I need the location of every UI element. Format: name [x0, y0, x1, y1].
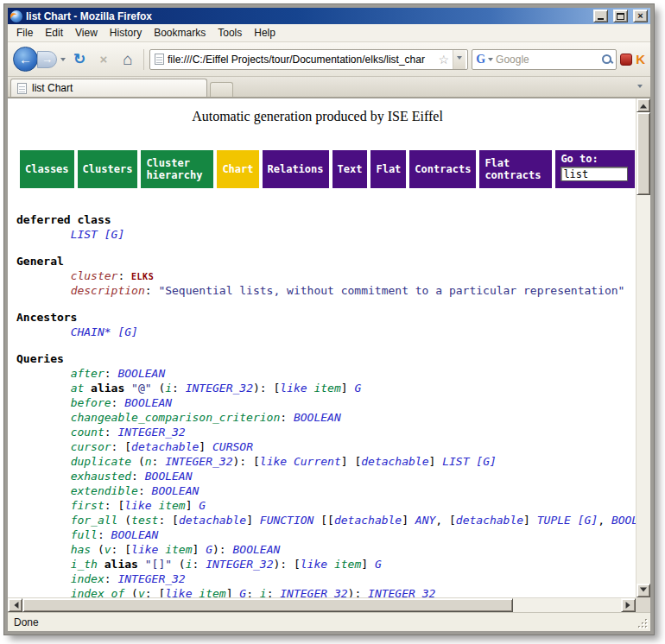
class-link[interactable]: INTEGER_32 — [165, 455, 232, 468]
v-scroll-track[interactable] — [636, 112, 650, 584]
class-link[interactable]: INTEGER_32 — [206, 558, 273, 571]
feature-link[interactable]: item — [158, 499, 185, 512]
url-dropdown-button[interactable] — [453, 50, 466, 69]
class-link[interactable]: like — [280, 382, 307, 395]
title-bar[interactable]: list Chart - Mozilla Firefox × — [8, 8, 650, 24]
class-link[interactable]: BOOLEAN — [294, 411, 341, 424]
nav-button-contracts[interactable]: Contracts — [409, 150, 476, 188]
menu-file[interactable]: File — [10, 25, 39, 41]
feature-link[interactable]: item — [314, 382, 340, 395]
search-engine-dropdown-icon[interactable] — [488, 58, 493, 64]
h-scroll-thumb[interactable] — [22, 598, 513, 612]
feature-link[interactable]: count — [71, 426, 104, 439]
class-link[interactable]: [G] — [104, 228, 124, 241]
class-link[interactable]: BOOLEAN — [152, 484, 200, 497]
url-text[interactable]: file:///C:/Eiffel Projects/tour/Document… — [168, 54, 435, 66]
class-link[interactable]: detachable — [361, 455, 428, 468]
class-link[interactable]: ANY — [415, 514, 435, 527]
feature-link[interactable]: v — [104, 543, 111, 556]
menu-help[interactable]: Help — [248, 25, 282, 41]
class-link[interactable]: LIST — [71, 228, 98, 241]
class-link[interactable]: [G] — [578, 514, 598, 527]
feature-link[interactable]: item — [165, 543, 192, 556]
nav-button-cluster-hierarchy[interactable]: Cluster hierarchy — [141, 150, 213, 188]
class-link[interactable]: [G] — [117, 325, 137, 338]
menu-tools[interactable]: Tools — [212, 25, 248, 41]
feature-link[interactable]: extendible — [71, 484, 138, 497]
feature-link[interactable]: test — [131, 514, 158, 527]
class-link[interactable]: INTEGER_32 — [186, 382, 253, 395]
class-link[interactable]: G — [375, 558, 382, 571]
feature-link[interactable]: n — [145, 455, 152, 468]
class-link[interactable]: FUNCTION — [260, 514, 314, 527]
search-input[interactable]: Google — [496, 54, 598, 66]
search-bar[interactable]: G Google — [472, 49, 617, 70]
feature-link[interactable]: for_all — [71, 514, 118, 527]
nav-button-flat-contracts[interactable]: Flat contracts — [479, 150, 552, 188]
feature-link[interactable]: after — [71, 367, 104, 380]
feature-link[interactable]: has — [71, 543, 91, 556]
nav-button-relations[interactable]: Relations — [263, 150, 329, 188]
h-scroll-track[interactable] — [22, 598, 621, 612]
home-button[interactable]: ⌂ — [117, 48, 138, 71]
nav-button-clusters[interactable]: Clusters — [78, 150, 138, 188]
feature-link[interactable]: item — [334, 558, 361, 571]
goto-input[interactable] — [560, 167, 628, 181]
class-link[interactable]: INTEGER_32 — [117, 572, 185, 585]
addon-icon-red[interactable] — [620, 54, 632, 66]
class-link[interactable]: BOOLEAN — [117, 367, 165, 380]
class-link[interactable]: like — [260, 455, 287, 468]
nav-button-chart[interactable]: Chart — [217, 150, 258, 188]
refresh-button[interactable]: ↻ — [69, 48, 90, 71]
class-link[interactable]: CHAIN* — [71, 325, 111, 338]
history-dropdown-icon[interactable] — [60, 58, 66, 64]
maximize-button[interactable] — [613, 9, 628, 22]
scroll-down-button[interactable] — [636, 584, 650, 597]
resize-grip[interactable] — [637, 618, 649, 629]
addon-icon-k[interactable]: K — [636, 53, 645, 66]
class-link[interactable]: like — [301, 558, 327, 571]
v-scrollbar[interactable] — [636, 98, 650, 612]
new-tab-button[interactable] — [210, 82, 233, 97]
feature-link[interactable]: full — [71, 528, 98, 541]
feature-link[interactable]: at — [71, 382, 85, 395]
menu-history[interactable]: History — [104, 25, 148, 41]
scroll-up-button[interactable] — [636, 98, 650, 112]
feature-link[interactable]: duplicate — [71, 455, 131, 468]
search-icon[interactable] — [601, 54, 612, 65]
class-link[interactable]: detachable — [179, 514, 246, 527]
class-link[interactable]: G — [354, 382, 361, 395]
class-link[interactable]: [G] — [476, 455, 496, 468]
menu-view[interactable]: View — [69, 25, 104, 41]
class-link[interactable]: G — [206, 543, 212, 556]
close-button[interactable]: × — [633, 9, 648, 22]
tab-list-chart[interactable]: list Chart — [10, 79, 207, 97]
class-link[interactable]: BOOLEAN — [233, 543, 281, 556]
class-link[interactable]: BOOLEAN — [611, 514, 636, 527]
class-link[interactable]: BOOLEAN — [111, 528, 159, 541]
scroll-left-button[interactable] — [8, 598, 22, 612]
feature-link[interactable]: first — [71, 499, 104, 512]
class-link[interactable]: INTEGER_32 — [117, 426, 185, 439]
feature-link[interactable]: before — [71, 396, 111, 409]
scroll-right-button[interactable] — [621, 598, 636, 612]
class-link[interactable]: Current — [294, 455, 341, 468]
feature-link[interactable]: i — [186, 558, 193, 571]
stop-button[interactable]: × — [93, 48, 114, 71]
class-link[interactable]: BOOLEAN — [145, 470, 193, 483]
feature-link[interactable]: changeable_comparison_criterion — [71, 411, 281, 424]
back-button[interactable]: ← — [13, 47, 38, 72]
class-link[interactable]: BOOLEAN — [124, 396, 172, 409]
forward-button[interactable]: → — [37, 51, 57, 68]
class-link[interactable]: TUPLE — [537, 514, 571, 527]
class-link[interactable]: G — [199, 499, 206, 512]
minimize-button[interactable] — [593, 9, 608, 22]
feature-link[interactable]: index — [71, 572, 104, 585]
nav-button-flat[interactable]: Flat — [370, 150, 406, 188]
nav-button-text[interactable]: Text — [332, 150, 368, 188]
class-link[interactable]: detachable — [334, 514, 402, 527]
url-bar[interactable]: file:///C:/Eiffel Projects/tour/Document… — [149, 49, 468, 70]
v-scroll-thumb[interactable] — [636, 112, 650, 195]
feature-link[interactable]: cursor — [71, 440, 111, 453]
class-link[interactable]: LIST — [442, 455, 469, 468]
